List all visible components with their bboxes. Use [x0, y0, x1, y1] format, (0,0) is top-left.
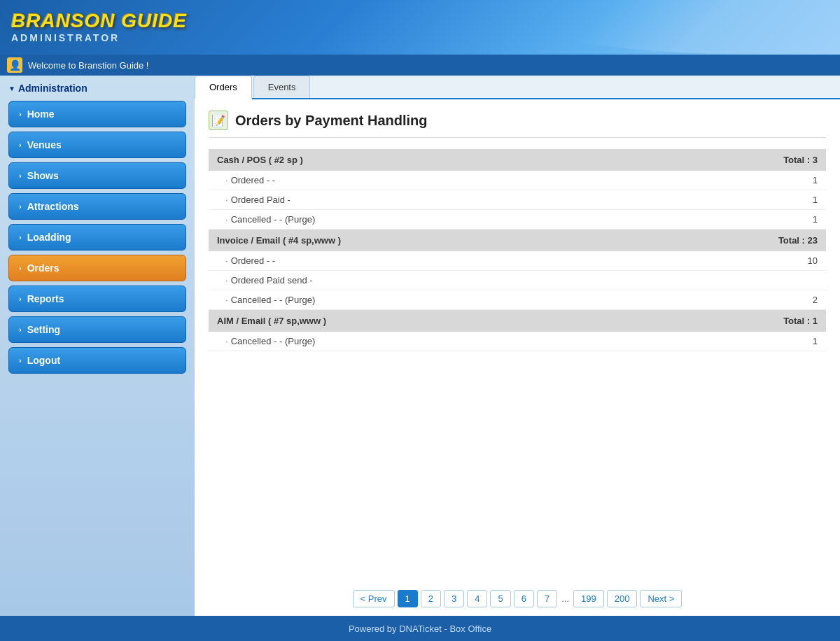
user-icon: 👤 — [7, 57, 22, 73]
admin-arrow-icon: ▼ — [8, 85, 15, 92]
topbar: 👤 Welcome to Branstion Guide ! — [0, 55, 840, 76]
section-label: AIM / Email ( #7 sp,www ) — [209, 310, 650, 332]
row-value: 1 — [650, 190, 826, 210]
footer-text: Powered by DNATicket - Box Office — [349, 624, 491, 634]
welcome-text: Welcome to Branstion Guide ! — [28, 60, 148, 71]
sidebar-item-setting[interactable]: › Setting — [8, 316, 186, 343]
section-header-row: AIM / Email ( #7 sp,www )Total : 1 — [209, 310, 826, 332]
pagination: < Prev 1 2 3 4 5 6 7 ... 199 200 Next > — [195, 582, 840, 616]
nav-arrow-icon: › — [19, 202, 22, 211]
row-value — [650, 271, 826, 290]
page-3-button[interactable]: 3 — [444, 590, 464, 607]
table-row: ·Cancelled - - (Purge)1 — [209, 332, 826, 351]
nav-label-home: Home — [27, 108, 55, 120]
row-label: ·Ordered - - — [209, 171, 650, 190]
logo-area: BRANSON GUIDE ADMINISTRATOR — [11, 11, 187, 43]
sidebar-item-loadding[interactable]: › Loadding — [8, 224, 186, 251]
row-label: ·Cancelled - - (Purge) — [209, 332, 650, 351]
section-header-row: Cash / POS ( #2 sp )Total : 3 — [209, 149, 826, 171]
edit-icon: 📝 — [209, 111, 228, 130]
section-label: Cash / POS ( #2 sp ) — [209, 149, 650, 171]
page-1-button[interactable]: 1 — [398, 590, 418, 607]
row-label: ·Cancelled - - (Purge) — [209, 290, 650, 310]
page-6-button[interactable]: 6 — [514, 590, 534, 607]
nav-arrow-icon: › — [19, 110, 22, 118]
nav-arrow-icon: › — [19, 356, 22, 365]
sidebar-item-orders[interactable]: › Orders — [8, 255, 186, 281]
main-layout: ▼ Administration › Home › Venues › Shows… — [0, 76, 840, 616]
row-label: ·Ordered - - — [209, 251, 650, 271]
table-row: ·Cancelled - - (Purge)1 — [209, 210, 826, 230]
tab-events[interactable]: Events — [253, 76, 311, 98]
row-value: 10 — [650, 251, 826, 271]
nav-label-loadding: Loadding — [27, 232, 71, 243]
logo-title: BRANSON GUIDE — [11, 11, 187, 31]
table-row: ·Ordered - -1 — [209, 171, 826, 190]
section-total: Total : 1 — [650, 310, 826, 332]
content-area: Orders Events 📝 Orders by Payment Handli… — [195, 76, 840, 616]
admin-label: Administration — [18, 83, 88, 94]
nav-arrow-icon: › — [19, 141, 22, 149]
sidebar-item-venues[interactable]: › Venues — [8, 132, 186, 158]
table-row: ·Ordered - -10 — [209, 251, 826, 271]
page-content: 📝 Orders by Payment Handling Cash / POS … — [195, 99, 840, 582]
header: BRANSON GUIDE ADMINISTRATOR — [0, 0, 840, 55]
page-title: Orders by Payment Handling — [235, 113, 428, 129]
pagination-ellipsis: ... — [560, 591, 570, 607]
nav-label-setting: Setting — [27, 324, 60, 335]
row-value: 2 — [650, 290, 826, 310]
tab-bar: Orders Events — [195, 76, 840, 99]
nav-arrow-icon: › — [19, 264, 22, 272]
sidebar-item-home[interactable]: › Home — [8, 101, 186, 127]
table-row: ·Ordered Paid -1 — [209, 190, 826, 210]
nav-label-attractions: Attractions — [27, 201, 79, 212]
nav-label-shows: Shows — [27, 170, 59, 181]
section-header-row: Invoice / Email ( #4 sp,www )Total : 23 — [209, 230, 826, 252]
row-value: 1 — [650, 332, 826, 351]
table-row: ·Cancelled - - (Purge)2 — [209, 290, 826, 310]
section-total: Total : 23 — [650, 230, 826, 252]
nav-arrow-icon: › — [19, 295, 22, 303]
page-199-button[interactable]: 199 — [573, 590, 604, 607]
orders-table: Cash / POS ( #2 sp )Total : 3·Ordered - … — [209, 149, 826, 351]
page-title-row: 📝 Orders by Payment Handling — [209, 111, 826, 138]
sidebar-item-logout[interactable]: › Logout — [8, 347, 186, 374]
prev-button[interactable]: < Prev — [353, 590, 395, 607]
sidebar-item-reports[interactable]: › Reports — [8, 286, 186, 312]
table-body: Cash / POS ( #2 sp )Total : 3·Ordered - … — [209, 149, 826, 351]
nav-label-orders: Orders — [27, 262, 59, 274]
table-row: ·Ordered Paid send - — [209, 271, 826, 290]
row-value: 1 — [650, 210, 826, 230]
page-5-button[interactable]: 5 — [490, 590, 510, 607]
nav-arrow-icon: › — [19, 233, 22, 241]
row-label: ·Ordered Paid - — [209, 190, 650, 210]
nav-arrow-icon: › — [19, 171, 22, 180]
tab-orders[interactable]: Orders — [195, 76, 252, 99]
page-7-button[interactable]: 7 — [537, 590, 557, 607]
nav-arrow-icon: › — [19, 325, 22, 334]
logo-subtitle: ADMINISTRATOR — [11, 32, 120, 43]
page-200-button[interactable]: 200 — [607, 590, 638, 607]
page-2-button[interactable]: 2 — [421, 590, 441, 607]
nav-label-reports: Reports — [27, 293, 64, 304]
sidebar: ▼ Administration › Home › Venues › Shows… — [0, 76, 195, 616]
nav-label-logout: Logout — [27, 355, 60, 366]
sidebar-item-attractions[interactable]: › Attractions — [8, 193, 186, 220]
sidebar-item-shows[interactable]: › Shows — [8, 162, 186, 189]
section-label: Invoice / Email ( #4 sp,www ) — [209, 230, 650, 252]
footer: Powered by DNATicket - Box Office — [0, 616, 840, 641]
next-button[interactable]: Next > — [640, 590, 682, 607]
section-total: Total : 3 — [650, 149, 826, 171]
nav-label-venues: Venues — [27, 139, 62, 150]
row-label: ·Cancelled - - (Purge) — [209, 210, 650, 230]
admin-section-header: ▼ Administration — [8, 83, 186, 94]
page-4-button[interactable]: 4 — [467, 590, 487, 607]
row-label: ·Ordered Paid send - — [209, 271, 650, 290]
row-value: 1 — [650, 171, 826, 190]
